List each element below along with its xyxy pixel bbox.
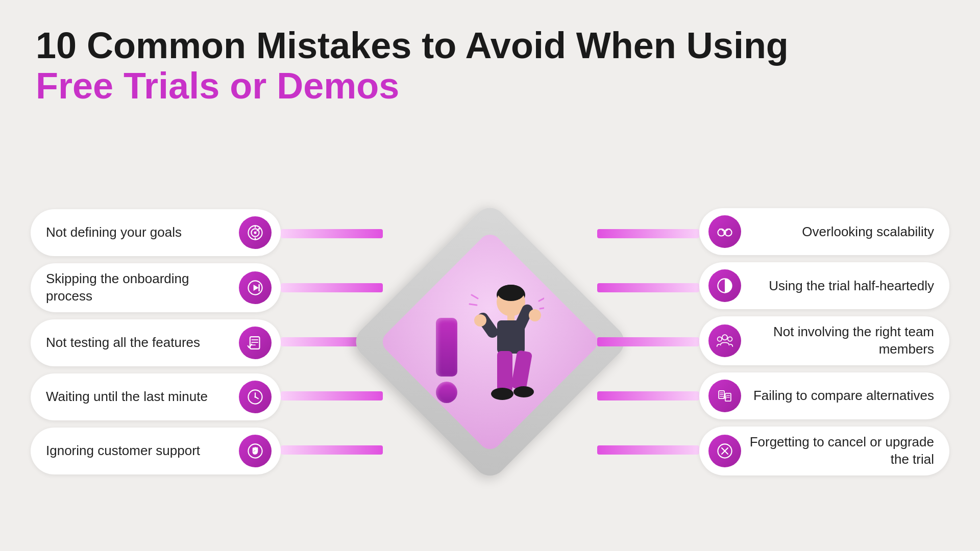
connector-line-r1 <box>597 210 699 257</box>
connector-line-1 <box>281 210 383 257</box>
svg-point-28 <box>491 388 513 400</box>
diamond-illustration <box>436 276 544 408</box>
connector-line-5 <box>281 427 383 473</box>
connector-line-r5 <box>597 427 699 473</box>
person-character <box>462 276 544 408</box>
svg-point-29 <box>513 386 534 397</box>
play-icon <box>247 279 264 296</box>
connector-line-r4 <box>597 372 699 419</box>
half-circle-icon <box>716 277 733 294</box>
center-diamond-wrapper <box>390 242 590 441</box>
svg-point-25 <box>529 309 541 321</box>
right-connectors <box>597 133 699 551</box>
exclaim-body <box>436 318 457 377</box>
pill-text-forgetting-cancel: Forgetting to cancel or upgrade the tria… <box>749 434 934 468</box>
svg-point-41 <box>718 337 722 342</box>
exclaim-dot <box>436 382 457 403</box>
pill-skipping-onboarding: Skipping the onboarding process <box>31 263 281 312</box>
svg-point-40 <box>722 335 727 340</box>
binoculars-icon-circle <box>708 215 741 248</box>
pill-text-not-involving-team: Not involving the right team members <box>749 323 934 358</box>
svg-point-24 <box>474 314 486 327</box>
svg-point-42 <box>728 337 732 342</box>
pill-waiting-last-minute: Waiting until the last minute <box>31 373 281 420</box>
target-icon-circle <box>239 216 272 249</box>
svg-rect-20 <box>507 314 514 321</box>
team-icon <box>716 332 733 349</box>
svg-rect-26 <box>497 351 512 392</box>
pill-text-skipping-onboarding: Skipping the onboarding process <box>46 270 231 305</box>
pill-text-not-testing-features: Not testing all the features <box>46 334 231 352</box>
pill-not-defining-goals: Not defining your goals <box>31 209 281 256</box>
clock-icon-circle <box>239 381 272 413</box>
hand-icon <box>247 442 264 460</box>
svg-rect-27 <box>511 350 533 390</box>
pill-not-testing-features: Not testing all the features <box>31 319 281 366</box>
pill-text-using-half-heartedly: Using the trial half-heartedly <box>749 278 934 295</box>
svg-rect-36 <box>723 231 726 235</box>
clock-icon <box>247 388 264 406</box>
title-line2: Free Trials or Demos <box>36 66 944 106</box>
connector-line-r2 <box>597 264 699 311</box>
connector-line-r3 <box>597 318 699 365</box>
title-line1: 10 Common Mistakes to Avoid When Using <box>36 26 944 66</box>
pill-not-involving-team: Not involving the right team members <box>699 316 949 365</box>
cancel-icon-circle <box>708 435 741 467</box>
half-circle-icon-circle <box>708 269 741 302</box>
pill-overlooking-scalability: Overlooking scalability <box>699 208 949 255</box>
pill-text-waiting-last-minute: Waiting until the last minute <box>46 388 231 406</box>
target-icon <box>247 224 264 241</box>
hand-icon-circle <box>239 435 272 467</box>
pill-failing-compare: Failing to compare alternatives <box>699 372 949 419</box>
svg-point-2 <box>254 232 256 234</box>
left-column: Not defining your goals Skipping the onb… <box>31 133 281 551</box>
svg-point-19 <box>498 285 524 301</box>
connector-line-4 <box>281 372 383 419</box>
right-column: Overlooking scalability Using the trial … <box>699 133 949 551</box>
team-icon-circle <box>708 324 741 357</box>
header: 10 Common Mistakes to Avoid When Using F… <box>0 0 980 116</box>
content-area: Not defining your goals Skipping the onb… <box>0 133 980 551</box>
connector-line-2 <box>281 264 383 311</box>
play-icon-circle <box>239 271 272 304</box>
pill-text-failing-compare: Failing to compare alternatives <box>749 387 934 405</box>
checklist-icon <box>247 334 264 352</box>
svg-marker-6 <box>254 285 259 291</box>
svg-point-15 <box>254 396 256 397</box>
cancel-icon <box>716 442 733 460</box>
svg-line-33 <box>540 308 544 309</box>
pill-text-not-defining-goals: Not defining your goals <box>46 224 231 241</box>
pill-text-overlooking-scalability: Overlooking scalability <box>749 223 934 241</box>
svg-line-31 <box>470 304 477 305</box>
exclamation-mark <box>436 318 457 403</box>
pill-ignoring-support: Ignoring customer support <box>31 428 281 474</box>
pill-using-half-heartedly: Using the trial half-heartedly <box>699 262 949 309</box>
compare-icon <box>716 387 733 405</box>
pill-text-ignoring-support: Ignoring customer support <box>46 442 231 460</box>
svg-line-30 <box>472 295 478 298</box>
checklist-icon-circle <box>239 327 272 359</box>
compare-icon-circle <box>708 380 741 412</box>
pill-forgetting-cancel: Forgetting to cancel or upgrade the tria… <box>699 427 949 475</box>
binoculars-icon <box>716 223 733 240</box>
svg-line-32 <box>539 297 544 301</box>
